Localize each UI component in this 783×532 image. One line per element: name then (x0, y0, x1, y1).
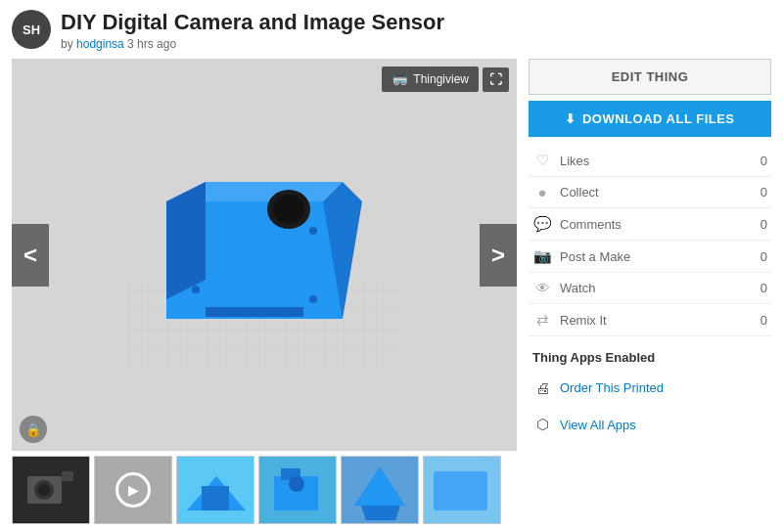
play-button-icon: ▶ (115, 472, 151, 508)
action-collect[interactable]: ● Collect 0 (529, 177, 771, 208)
svg-rect-11 (206, 307, 303, 317)
main-content: 🥽 Thingiview ⛶ < > (12, 59, 771, 524)
apps-icon: ⬡ (532, 416, 552, 433)
page-header: SH DIY Digital Camera and Image Sensor b… (12, 10, 771, 51)
next-arrow[interactable]: > (480, 224, 517, 287)
image-section: 🥽 Thingiview ⛶ < > (12, 59, 517, 524)
collect-label: Collect (560, 185, 744, 200)
site-logo: SH (12, 10, 51, 49)
thumbnail-5[interactable] (423, 456, 501, 524)
svg-point-23 (289, 476, 304, 492)
page-title: DIY Digital Camera and Image Sensor (61, 10, 444, 35)
remix-icon: ⇄ (532, 311, 552, 329)
eye-icon: 👁 (532, 280, 552, 296)
fullscreen-button[interactable]: ⛶ (483, 67, 509, 92)
svg-rect-28 (434, 471, 487, 510)
app-order-printed[interactable]: 🖨 Order This Printed (529, 373, 771, 403)
action-likes[interactable]: ♡ Likes 0 (529, 145, 771, 177)
edit-thing-button[interactable]: EDIT THING (529, 59, 771, 95)
watch-count: 0 (752, 281, 767, 295)
post-make-label: Post a Make (560, 249, 744, 264)
comment-icon: 💬 (532, 215, 552, 233)
likes-label: Likes (560, 154, 744, 168)
camera-icon: 📷 (532, 247, 552, 265)
byline-prefix: by (61, 37, 73, 51)
thumbnail-0[interactable] (12, 456, 90, 524)
svg-marker-4 (166, 182, 206, 299)
likes-count: 0 (752, 154, 767, 168)
svg-point-7 (192, 227, 200, 235)
svg-rect-19 (202, 486, 229, 510)
download-icon: ⬇ (565, 111, 576, 126)
action-remix[interactable]: ⇄ Remix It 0 (529, 304, 771, 336)
lock-overlay: 🔒 (20, 416, 47, 443)
svg-marker-26 (361, 506, 400, 520)
byline: by hodginsa 3 hrs ago (61, 37, 444, 51)
remix-count: 0 (752, 313, 767, 328)
printer-icon: 🖨 (532, 379, 552, 396)
svg-rect-16 (62, 471, 73, 481)
collect-count: 0 (752, 185, 767, 200)
model-scene (12, 59, 517, 451)
post-make-count: 0 (752, 249, 767, 264)
action-post-make[interactable]: 📷 Post a Make 0 (529, 241, 771, 273)
collect-icon: ● (532, 184, 552, 200)
svg-point-6 (273, 195, 304, 224)
lock-icon: 🔒 (25, 422, 41, 437)
download-button[interactable]: ⬇ DOWNLOAD ALL FILES (529, 101, 771, 137)
author-link[interactable]: hodginsa (76, 37, 124, 51)
watch-label: Watch (560, 281, 744, 295)
post-time: 3 hrs ago (127, 37, 176, 51)
svg-point-8 (192, 286, 200, 293)
viewer-toolbar: 🥽 Thingiview ⛶ (382, 66, 509, 92)
heart-icon: ♡ (532, 152, 552, 169)
order-printed-label: Order This Printed (560, 380, 664, 395)
svg-point-9 (309, 227, 317, 235)
view-all-apps-label: View All Apps (560, 418, 636, 432)
thumbnails-strip: ▶ (12, 456, 517, 524)
action-watch[interactable]: 👁 Watch 0 (529, 273, 771, 304)
thumbnail-4[interactable] (341, 456, 419, 524)
thingiview-button[interactable]: 🥽 Thingiview (382, 66, 479, 92)
model-svg (108, 133, 421, 377)
viewer-container: 🥽 Thingiview ⛶ < > (12, 59, 517, 451)
comments-count: 0 (752, 217, 767, 232)
glasses-icon: 🥽 (392, 71, 408, 87)
svg-point-10 (309, 295, 317, 303)
fullscreen-icon: ⛶ (489, 72, 502, 87)
prev-arrow[interactable]: < (12, 224, 49, 287)
comments-label: Comments (560, 217, 744, 232)
remix-label: Remix It (560, 313, 744, 328)
action-list: ♡ Likes 0 ● Collect 0 💬 Comments 0 📷 Pos… (529, 145, 771, 336)
thing-apps-header: Thing Apps Enabled (529, 348, 771, 367)
svg-point-15 (38, 484, 50, 496)
thumbnail-2[interactable] (176, 456, 254, 524)
app-view-all-apps[interactable]: ⬡ View All Apps (529, 409, 771, 440)
thumbnail-1[interactable]: ▶ (94, 456, 172, 524)
sidebar: EDIT THING ⬇ DOWNLOAD ALL FILES ♡ Likes … (529, 59, 771, 524)
thumbnail-3[interactable] (258, 456, 337, 524)
action-comments[interactable]: 💬 Comments 0 (529, 208, 771, 241)
